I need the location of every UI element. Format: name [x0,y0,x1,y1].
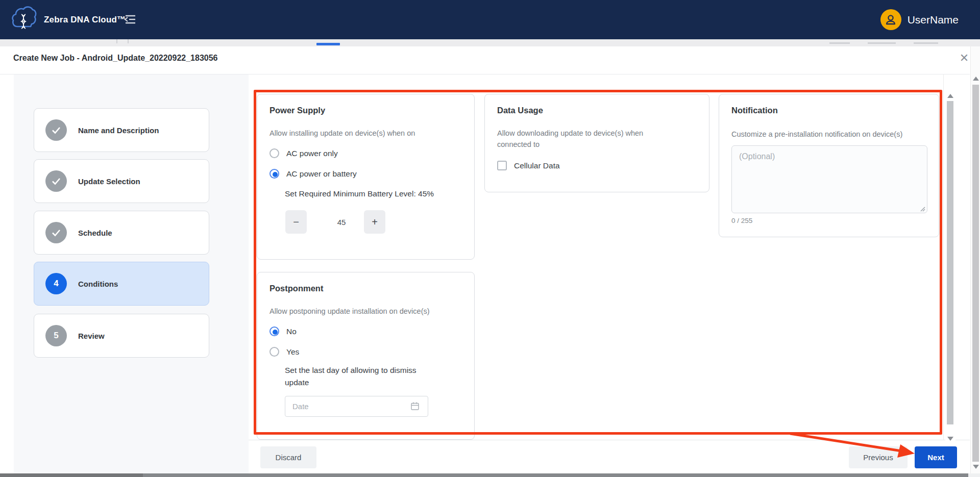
step-conditions-active[interactable]: 4 Conditions [34,262,209,306]
battery-level-label: Set Required Minimum Battery Level: 45% [285,189,434,198]
zebra-dna-cloud-logo-icon [11,4,37,35]
discard-button[interactable]: Discard [260,446,316,468]
radio-icon[interactable] [270,347,279,357]
scrollbar-thumb[interactable] [972,85,979,462]
page-horizontal-scrollbar-thumb[interactable] [0,473,143,477]
power-supply-title: Power Supply [270,106,325,115]
step-label: Update Selection [78,177,140,186]
page-horizontal-scrollbar[interactable] [143,473,968,477]
scroll-up-icon[interactable] [973,77,979,81]
user-avatar-icon[interactable] [880,9,901,30]
battery-value: 45 [326,218,357,227]
user-name-label: UserName [908,14,959,26]
textarea-resize-handle-icon[interactable] [919,205,925,214]
radio-selected-icon[interactable] [270,169,279,179]
next-button[interactable]: Next [915,446,957,468]
step-update-selection[interactable]: Update Selection [34,159,209,203]
data-usage-card: Data Usage Allow downloading update to d… [484,94,709,192]
checkbox-icon[interactable] [497,161,507,170]
data-usage-description: Allow downloading update to device(s) wh… [497,128,666,150]
checkbox-cellular-data[interactable]: Cellular Data [497,161,560,170]
radio-ac-power-or-battery[interactable]: AC power or battery [270,169,357,179]
notification-message-textarea[interactable] [731,145,927,213]
char-counter: 0 / 255 [731,217,752,224]
step-number-badge: 5 [45,325,67,346]
step-schedule[interactable]: Schedule [34,211,209,255]
step-done-check-icon [45,170,67,192]
step-label: Schedule [78,229,112,237]
step-label: Conditions [78,280,118,288]
dismiss-date-input[interactable] [285,396,428,417]
radio-icon[interactable] [270,148,279,158]
notification-description: Customize a pre-installation notificatio… [731,129,941,140]
radio-selected-icon[interactable] [270,327,279,336]
scroll-down-icon[interactable] [947,437,953,441]
step-number-badge: 4 [45,273,67,294]
footer-divider [249,440,970,440]
battery-decrement-button[interactable]: − [285,210,307,234]
scroll-down-icon[interactable] [973,465,979,469]
collapse-menu-icon[interactable] [123,12,137,27]
radio-ac-power-only[interactable]: AC power only [270,148,338,158]
dismiss-date-label: Set the last day of allowing to dismiss … [285,364,420,389]
data-usage-title: Data Usage [497,106,543,115]
step-label: Name and Description [78,126,159,135]
brand-title: Zebra DNA Cloud™ [44,0,126,39]
calendar-icon[interactable] [410,401,420,413]
app-header: Zebra DNA Cloud™ UserName [0,0,980,39]
scrollbar-thumb[interactable] [947,101,953,424]
postponment-title: Postponment [270,284,323,293]
modal-vertical-scrollbar[interactable] [945,92,955,443]
previous-button[interactable]: Previous [849,446,908,468]
power-supply-description: Allow installing update on device(s) whe… [270,128,453,139]
stepper-panel: Name and Description Update Selection Sc… [14,74,249,474]
radio-postpone-yes[interactable]: Yes [270,347,299,357]
postponment-description: Allow postponing update installation on … [270,306,469,317]
notification-card: Notification Customize a pre-installatio… [719,94,939,237]
page-vertical-scrollbar[interactable] [970,46,980,473]
step-name-and-description[interactable]: Name and Description [34,108,209,152]
modal-body-right-border [943,74,944,440]
notification-title: Notification [731,106,778,115]
scrollbar-corner [968,473,980,477]
close-icon[interactable]: ✕ [957,51,972,66]
postponment-card: Postponment Allow postponing update inst… [257,272,475,440]
scroll-up-icon[interactable] [947,94,953,98]
power-supply-card: Power Supply Allow installing update on … [257,94,475,260]
radio-postpone-no[interactable]: No [270,327,297,336]
battery-increment-button[interactable]: + [364,210,385,234]
step-label: Review [78,332,105,340]
modal-title: Create New Job - Android_Update_20220922… [13,54,217,63]
step-done-check-icon [45,119,67,141]
user-menu[interactable]: UserName [880,0,959,39]
step-review[interactable]: 5 Review [34,314,209,358]
step-done-check-icon [45,222,67,243]
background-page-strip [0,39,980,46]
